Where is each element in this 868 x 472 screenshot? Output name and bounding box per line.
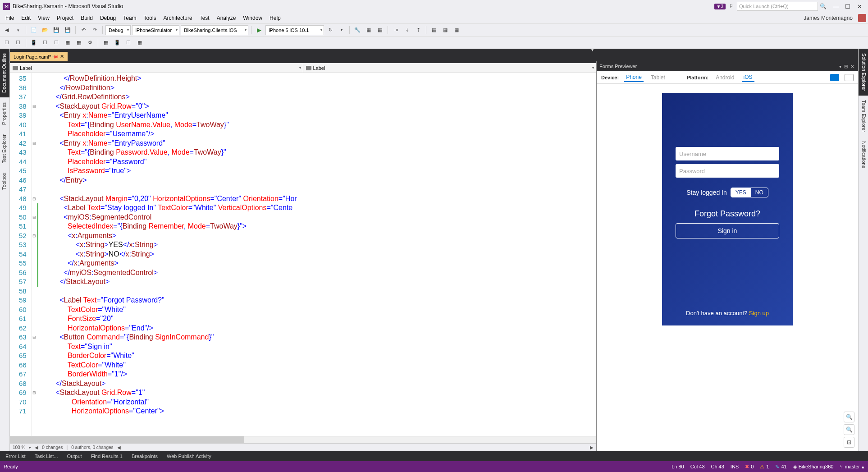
rail-solution-explorer[interactable]: Solution Explorer [859,49,868,96]
zoom-level[interactable]: 100 % [13,445,25,450]
menu-architecture[interactable]: Architecture [160,14,196,23]
step-button[interactable]: ⇥ [391,25,401,35]
tb2-6[interactable]: ▦ [63,38,73,48]
tb2-2[interactable]: ☐ [13,38,23,48]
toolbar-btn-4[interactable]: ▦ [440,25,450,35]
menu-build[interactable]: Build [77,14,96,23]
rail-notifications[interactable]: Notifications [859,137,868,173]
user-name[interactable]: James Montemagno [800,14,856,23]
redo-button[interactable]: ↷ [90,25,100,35]
bottom-tab-error-list[interactable]: Error List [2,452,29,460]
open-button[interactable]: 📂 [40,25,50,35]
project-dropdown[interactable]: BikeSharing.Clients.iOS [181,25,248,35]
rail-document-outline[interactable]: Document Outline [0,49,9,97]
nav-back-button[interactable]: ◀ [2,25,12,35]
new-project-button[interactable]: 📄 [29,25,39,35]
code-editor[interactable]: 3536373839404142434445464748495051525354… [10,73,596,436]
zoom-in-button[interactable]: 🔍 [844,412,854,422]
horizontal-scrollbar[interactable] [10,436,596,443]
segmented-control[interactable]: YES NO [731,188,768,197]
device-tablet-option[interactable]: Tablet [649,73,667,82]
status-messages[interactable]: ✎ 41 [775,464,786,470]
close-button[interactable]: ✕ [854,3,865,10]
orientation-portrait-button[interactable] [830,74,839,81]
toolbar-btn-3[interactable]: ▦ [429,25,439,35]
seg-no[interactable]: NO [751,188,768,197]
device-phone-option[interactable]: Phone [624,73,644,82]
tb2-10[interactable]: 📱 [112,38,122,48]
toolbar-btn-5[interactable]: ▦ [452,25,461,35]
tb2-4[interactable]: ☐ [40,38,50,48]
status-errors[interactable]: ✖ 0 [745,464,754,470]
menu-debug[interactable]: Debug [96,14,119,23]
feedback-icon[interactable]: ⚐ [729,3,734,9]
previewer-pin-icon[interactable]: ⊟ [843,64,849,69]
menu-help[interactable]: Help [266,14,284,23]
platform-dropdown[interactable]: iPhoneSimulator [132,25,179,35]
quick-launch-input[interactable]: Quick Launch (Ctrl+Q) [737,2,818,11]
menu-project[interactable]: Project [53,14,77,23]
status-branch[interactable]: ⑂ master ▴ [840,464,864,470]
rail-test-explorer[interactable]: Test Explorer [0,130,9,168]
toolbar-dropdown[interactable]: ▾ [337,25,347,35]
codelens-changes[interactable]: 0 changes [42,445,63,450]
undo-button[interactable]: ↶ [78,25,88,35]
maximize-button[interactable]: ☐ [842,3,854,10]
tb2-11[interactable]: ☐ [123,38,133,48]
user-avatar-icon[interactable] [858,14,866,22]
password-input[interactable] [676,164,779,178]
rail-properties[interactable]: Properties [0,98,9,129]
tb2-3[interactable]: 📱 [29,38,39,48]
menu-window[interactable]: Window [239,14,266,23]
toolbox-button[interactable]: 🔧 [352,25,362,35]
orientation-landscape-button[interactable] [845,74,854,81]
zoom-fit-button[interactable]: ⊡ [844,437,854,448]
rail-team-explorer[interactable]: Team Explorer [859,96,868,137]
tb2-12[interactable]: ▦ [135,38,145,48]
nav-forward-button[interactable]: ▾ [13,25,23,35]
signin-button[interactable]: Sign in [676,223,779,238]
tb2-9[interactable]: ▦ [101,38,111,48]
forgot-password-link[interactable]: Forgot Password? [676,209,779,219]
tb2-5[interactable]: ☐ [51,38,61,48]
search-icon[interactable]: 🔍 [820,3,827,9]
menu-test[interactable]: Test [196,14,213,23]
step-out-button[interactable]: ⇡ [413,25,423,35]
seg-yes[interactable]: YES [731,188,751,197]
bottom-tab-output[interactable]: Output [64,452,86,460]
status-warnings[interactable]: ⚠ 1 [760,464,769,470]
status-project[interactable]: ◈ BikeSharing360 [793,464,834,470]
save-button[interactable]: 💾 [51,25,61,35]
previewer-close-icon[interactable]: ✕ [849,64,855,69]
bottom-tab-find-results-[interactable]: Find Results 1 [87,452,126,460]
codelens-authors[interactable]: 0 authors, 0 changes [71,445,113,450]
menu-edit[interactable]: Edit [18,14,34,23]
username-input[interactable] [676,147,779,160]
tab-close-icon[interactable]: ✕ [60,54,64,60]
zoom-out-button[interactable]: 🔍 [844,424,854,435]
refresh-button[interactable]: ↻ [325,25,335,35]
menu-team[interactable]: Team [119,14,140,23]
minimize-button[interactable]: — [830,3,842,10]
menu-file[interactable]: File [2,14,18,23]
tb2-1[interactable]: ☐ [2,38,12,48]
editor-scope-dropdown[interactable]: Label [10,63,303,73]
previewer-menu-icon[interactable]: ▾ [838,64,843,69]
platform-ios-option[interactable]: iOS [742,73,754,82]
step-over-button[interactable]: ⇣ [402,25,412,35]
menu-analyze[interactable]: Analyze [213,14,240,23]
start-button[interactable]: ▶ [254,25,264,35]
config-dropdown[interactable]: Debug [105,25,131,35]
menu-view[interactable]: View [34,14,53,23]
bottom-tab-task-list-[interactable]: Task List... [31,452,62,460]
tb2-8[interactable]: ⚙ [85,38,95,48]
signup-link[interactable]: Sign up [749,310,769,316]
save-all-button[interactable]: 💾 [63,25,73,35]
pin-icon[interactable]: 📌 [52,53,59,60]
editor-member-dropdown[interactable]: Label [303,63,597,73]
platform-android-option[interactable]: Android [714,73,736,82]
rail-toolbox[interactable]: Toolbox [0,168,9,194]
toolbar-btn-2[interactable]: ▦ [375,25,385,35]
tb2-7[interactable]: ▦ [74,38,84,48]
tab-overflow-icon[interactable]: ▾ [589,47,596,52]
